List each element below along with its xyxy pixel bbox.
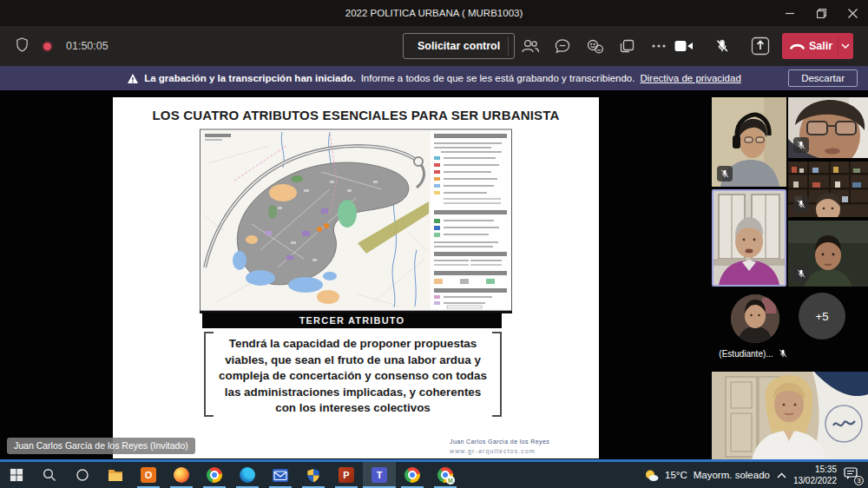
slide-title: LOS CUATRO ATRIBUTOS ESENCIALES PARA SER… <box>113 108 599 122</box>
office-icon[interactable]: O <box>132 462 165 488</box>
dismiss-banner-button[interactable]: Descartar <box>788 69 858 87</box>
reactions-icon[interactable] <box>582 35 607 57</box>
leave-button[interactable]: Salir <box>782 33 853 59</box>
video-participant-blonde[interactable] <box>712 372 868 459</box>
minimize-button[interactable] <box>774 0 806 26</box>
video-participant-speaking[interactable] <box>712 189 786 287</box>
camera-icon[interactable] <box>672 35 696 57</box>
security-shield-icon[interactable] <box>16 37 29 56</box>
mic-muted-icon <box>793 137 809 153</box>
breakout-rooms-icon[interactable] <box>615 35 639 57</box>
edge-icon[interactable] <box>231 462 264 488</box>
credit-website: www.gr-arquitectos.com <box>450 447 549 457</box>
windows-security-icon[interactable] <box>297 462 330 488</box>
urban-plan-map <box>200 129 512 313</box>
video-participant-glasses[interactable] <box>788 97 868 158</box>
chrome-meet-icon[interactable]: M <box>429 462 462 488</box>
firefox-icon[interactable] <box>165 462 198 488</box>
recording-indicator <box>42 41 53 52</box>
clock-time: 15:35 <box>793 464 837 475</box>
teams-icon[interactable]: T <box>363 462 396 488</box>
close-button[interactable] <box>837 0 868 26</box>
participant-avatar[interactable] <box>731 294 779 343</box>
participants-icon[interactable] <box>518 35 542 57</box>
slide-body-text: Tendrá la capacidad de proponer propuest… <box>204 332 502 417</box>
mic-muted-icon <box>717 166 733 181</box>
search-button[interactable] <box>33 462 66 488</box>
chrome-icon[interactable] <box>198 462 231 488</box>
request-control-button[interactable]: Solicitar control <box>403 33 515 59</box>
toolbar-divider <box>508 36 509 56</box>
screen-share-stage: LOS CUATRO ATRIBUTOS ESENCIALES PARA SER… <box>0 90 868 460</box>
slide-credit: Juan Carlos García de los Reyes www.gr-a… <box>450 438 549 456</box>
warning-icon <box>127 73 139 84</box>
show-hidden-icons-chevron[interactable] <box>777 472 786 478</box>
meeting-timer: 01:50:05 <box>66 40 108 52</box>
banner-headline: La grabación y la transcripción han inic… <box>144 73 355 83</box>
overflow-participants-button[interactable]: +5 <box>799 293 845 340</box>
recording-banner: La grabación y la transcripción han inic… <box>0 66 868 90</box>
participant-name-label: (Estudiante)... <box>719 349 773 359</box>
shared-slide: LOS CUATRO ATRIBUTOS ESENCIALES PARA SER… <box>113 97 599 458</box>
hangup-icon <box>790 43 805 49</box>
chat-icon[interactable] <box>550 35 575 57</box>
profile-badge: M <box>446 476 455 485</box>
banner-body: Informe a todos de que se les está graba… <box>361 73 635 83</box>
weather-sun-icon <box>644 469 659 482</box>
video-participant-bookshelf[interactable] <box>788 162 868 217</box>
action-center-icon[interactable]: 3 <box>844 467 861 483</box>
video-participant-headphones[interactable] <box>712 97 786 187</box>
file-explorer-icon[interactable] <box>99 462 132 488</box>
share-tray-icon[interactable] <box>748 35 773 57</box>
mic-muted-icon <box>793 196 809 212</box>
start-button[interactable] <box>0 462 33 488</box>
restore-button[interactable] <box>806 0 837 26</box>
presenter-name-label: Juan Carlos García de los Reyes (Invitad… <box>7 438 195 454</box>
more-options-icon[interactable] <box>647 35 671 57</box>
weather-desc: Mayorm. soleado <box>694 470 770 480</box>
chrome-profile-icon[interactable] <box>396 462 429 488</box>
cortana-button[interactable] <box>66 462 99 488</box>
windows-taskbar: O P T M <box>0 462 868 488</box>
mic-muted-icon[interactable] <box>710 35 734 57</box>
powerpoint-icon[interactable]: P <box>330 462 363 488</box>
window-title: 2022 POLITICA URBANA ( MURB1003) <box>345 8 523 18</box>
privacy-policy-link[interactable]: Directiva de privacidad <box>640 73 740 83</box>
window-titlebar: 2022 POLITICA URBANA ( MURB1003) <box>0 0 868 26</box>
clock-date: 13/02/2022 <box>793 475 837 486</box>
mic-muted-icon <box>793 266 809 281</box>
weather-temp: 15°C <box>665 470 687 480</box>
credit-name: Juan Carlos García de los Reyes <box>450 438 549 447</box>
participant-video-strip: (Estudiante)... +5 <box>710 90 868 460</box>
notification-count-badge: 3 <box>854 476 864 485</box>
taskbar-clock[interactable]: 15:35 13/02/2022 <box>793 464 837 486</box>
slide-section-header: TERCER ATRIBUTO <box>202 313 502 328</box>
meeting-toolbar: 01:50:05 Solicitar control <box>0 26 868 66</box>
mail-icon[interactable] <box>264 462 297 488</box>
leave-button-label: Salir <box>809 40 832 52</box>
mic-muted-icon <box>778 348 788 359</box>
weather-widget[interactable]: 15°C Mayorm. soleado <box>644 469 770 482</box>
video-participant-dark-room[interactable] <box>788 221 868 287</box>
leave-options-chevron-icon[interactable] <box>838 43 853 49</box>
